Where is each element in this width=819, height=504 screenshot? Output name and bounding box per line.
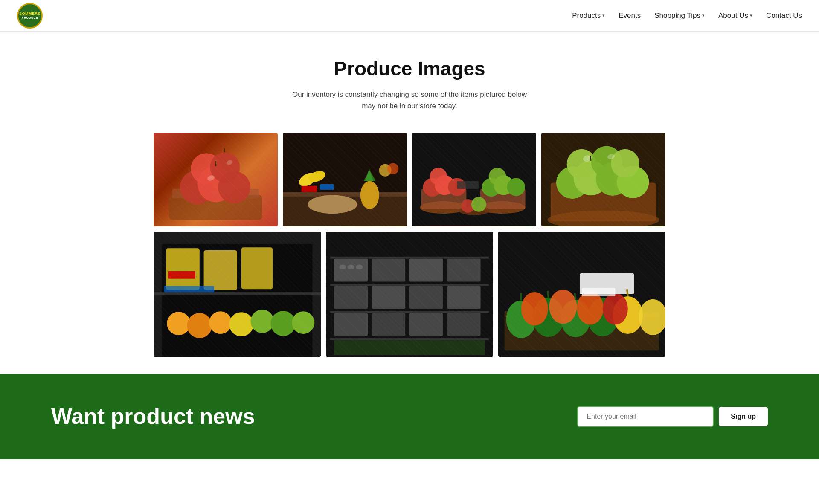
svg-point-30 bbox=[430, 168, 447, 185]
svg-rect-77 bbox=[334, 258, 368, 281]
svg-rect-56 bbox=[154, 232, 321, 244]
svg-rect-73 bbox=[330, 256, 489, 258]
svg-rect-95 bbox=[505, 311, 659, 317]
nav-contact-us[interactable]: Contact Us bbox=[766, 12, 802, 20]
nav-products[interactable]: Products ▾ bbox=[572, 12, 605, 20]
svg-point-49 bbox=[591, 146, 622, 177]
svg-point-9 bbox=[226, 159, 233, 166]
svg-rect-1 bbox=[172, 189, 259, 198]
svg-rect-85 bbox=[372, 286, 405, 309]
svg-point-81 bbox=[339, 264, 346, 269]
svg-point-50 bbox=[611, 149, 639, 178]
svg-point-2 bbox=[180, 171, 214, 205]
svg-point-68 bbox=[250, 310, 274, 333]
svg-point-98 bbox=[532, 297, 564, 336]
svg-rect-71 bbox=[164, 286, 215, 292]
nav-shopping-tips[interactable]: Shopping Tips ▾ bbox=[654, 12, 705, 20]
svg-point-65 bbox=[187, 313, 212, 338]
svg-point-51 bbox=[582, 154, 592, 162]
svg-point-34 bbox=[494, 175, 514, 195]
svg-line-112 bbox=[627, 289, 628, 296]
svg-rect-84 bbox=[334, 286, 368, 309]
svg-point-28 bbox=[435, 175, 455, 195]
svg-point-46 bbox=[596, 162, 630, 196]
chevron-down-icon: ▾ bbox=[602, 13, 605, 18]
chevron-down-icon: ▾ bbox=[750, 13, 752, 18]
svg-rect-74 bbox=[330, 284, 489, 286]
svg-point-31 bbox=[479, 201, 525, 214]
image-grid-row1 bbox=[154, 133, 665, 226]
svg-point-97 bbox=[506, 300, 537, 338]
footer-form: Sign up bbox=[577, 406, 768, 427]
svg-line-110 bbox=[548, 291, 549, 298]
svg-point-36 bbox=[489, 168, 506, 185]
svg-rect-0 bbox=[169, 195, 262, 220]
chevron-down-icon: ▾ bbox=[702, 13, 705, 18]
svg-point-99 bbox=[561, 299, 591, 337]
produce-image-4[interactable] bbox=[541, 133, 665, 226]
svg-point-42 bbox=[548, 211, 659, 226]
svg-rect-26 bbox=[421, 189, 466, 209]
svg-line-111 bbox=[575, 293, 575, 300]
signup-button[interactable]: Sign up bbox=[719, 407, 768, 426]
svg-point-35 bbox=[507, 178, 525, 196]
produce-image-2[interactable] bbox=[283, 133, 407, 226]
svg-rect-21 bbox=[320, 184, 334, 190]
svg-rect-41 bbox=[541, 133, 665, 226]
svg-point-22 bbox=[379, 164, 392, 177]
svg-rect-14 bbox=[283, 192, 407, 197]
email-input[interactable] bbox=[577, 406, 714, 427]
produce-image-7[interactable] bbox=[498, 232, 665, 357]
svg-point-103 bbox=[577, 291, 604, 324]
footer-section: Want product news Sign up bbox=[0, 374, 819, 459]
svg-rect-37 bbox=[457, 181, 479, 189]
produce-image-6[interactable] bbox=[326, 232, 493, 357]
svg-rect-24 bbox=[412, 133, 536, 226]
image-grid-row2 bbox=[154, 232, 665, 357]
svg-point-25 bbox=[420, 201, 466, 214]
page-subtitle: Our inventory is constantly changing so … bbox=[51, 89, 768, 112]
svg-rect-91 bbox=[447, 313, 480, 336]
svg-point-18 bbox=[360, 181, 379, 209]
produce-image-3[interactable] bbox=[412, 133, 536, 226]
svg-point-17 bbox=[360, 181, 379, 209]
svg-point-4 bbox=[197, 166, 233, 202]
svg-point-5 bbox=[218, 171, 250, 204]
logo-text-top: SOMMERS bbox=[19, 12, 41, 16]
main-nav: Products ▾ Events Shopping Tips ▾ About … bbox=[572, 12, 802, 20]
svg-rect-62 bbox=[241, 247, 273, 289]
nav-about-us[interactable]: About Us ▾ bbox=[718, 12, 752, 20]
svg-point-45 bbox=[574, 161, 608, 195]
svg-point-16 bbox=[307, 169, 327, 184]
svg-point-29 bbox=[448, 178, 466, 196]
svg-point-48 bbox=[567, 149, 597, 179]
produce-image-5[interactable] bbox=[154, 232, 321, 357]
svg-point-66 bbox=[209, 311, 232, 334]
svg-rect-57 bbox=[154, 232, 162, 357]
produce-image-1[interactable] bbox=[154, 133, 278, 226]
svg-line-53 bbox=[590, 156, 591, 161]
svg-point-40 bbox=[471, 197, 486, 212]
svg-point-15 bbox=[297, 170, 319, 189]
svg-rect-88 bbox=[334, 313, 368, 336]
svg-rect-55 bbox=[154, 232, 321, 357]
svg-rect-43 bbox=[551, 183, 656, 222]
svg-rect-79 bbox=[410, 258, 443, 281]
svg-point-6 bbox=[191, 154, 222, 185]
svg-rect-94 bbox=[505, 315, 659, 350]
svg-rect-61 bbox=[204, 250, 237, 290]
svg-point-96 bbox=[506, 300, 537, 338]
svg-rect-13 bbox=[283, 195, 407, 226]
svg-rect-58 bbox=[312, 232, 321, 357]
svg-point-8 bbox=[206, 174, 215, 182]
svg-rect-90 bbox=[410, 313, 443, 336]
svg-point-64 bbox=[167, 312, 190, 335]
svg-point-39 bbox=[461, 199, 475, 213]
nav-events[interactable]: Events bbox=[619, 12, 641, 20]
svg-point-38 bbox=[459, 206, 490, 215]
svg-point-27 bbox=[423, 178, 441, 197]
svg-rect-76 bbox=[330, 338, 489, 340]
logo[interactable]: SOMMERS PRODUCE bbox=[17, 3, 43, 29]
svg-point-23 bbox=[387, 163, 398, 174]
svg-rect-59 bbox=[154, 292, 321, 295]
